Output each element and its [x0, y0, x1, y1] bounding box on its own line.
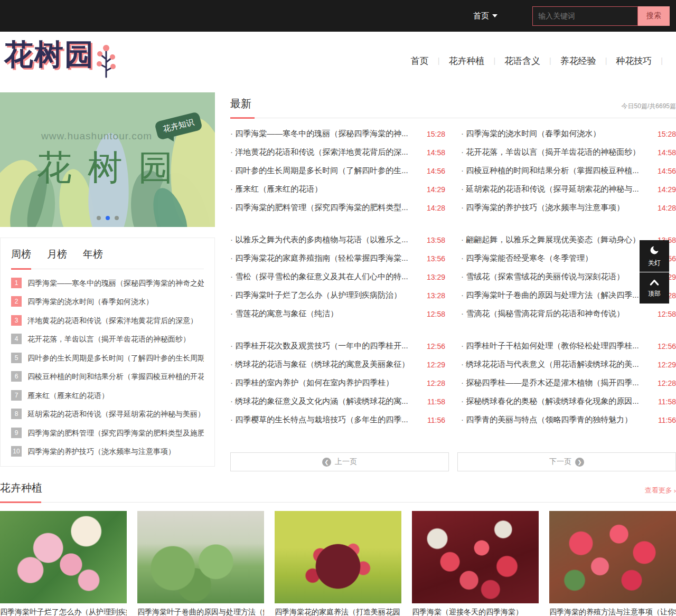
article-card[interactable]: 四季海棠花的家庭养法（打造美丽花园） — [275, 511, 401, 616]
article-row: 四季海棠叶子烂了怎么办（从护理到疾病防治） 13:28 — [230, 286, 445, 305]
rank-list-item[interactable]: 6 四棱豆种植的时间和结果分析（掌握四棱豆种植的开花... — [11, 371, 204, 382]
article-link[interactable]: 四季海棠的浇水时间（春季如何浇水） — [461, 129, 651, 139]
article-link[interactable]: 四季樱草的生长特点与栽培技巧（多年生的四季... — [230, 415, 421, 425]
article-link[interactable]: 洋地黄花的花语和传说（探索洋地黄花背后的深... — [230, 147, 420, 157]
article-link[interactable]: 四季桂叶子干枯如何处理（教你轻松处理四季桂... — [461, 341, 651, 351]
article-link[interactable]: 四季海棠叶子烂了怎么办（从护理到疾病防治） — [230, 290, 420, 300]
article-time: 12:56 — [658, 342, 676, 350]
article-link[interactable]: 雪莲花的寓意与象征（纯洁） — [230, 309, 420, 319]
article-time: 14:58 — [658, 148, 676, 157]
article-link[interactable]: 以雅乐之舞为代表的多肉植物与花语（以雅乐之... — [230, 235, 420, 245]
rank-list-item[interactable]: 10 四季海棠的养护技巧（浇水频率与注意事项） — [11, 446, 204, 457]
article-link[interactable]: 四季桂开花次数及观赏技巧（一年中的四季桂开... — [230, 341, 420, 351]
banner-carousel[interactable]: www.huashuntour.com 花树园 花卉知识 — [0, 92, 215, 227]
rank-list-item[interactable]: 8 延胡索花的花语和传说（探寻延胡索花的神秘与美丽） — [11, 409, 204, 419]
latest-meta: 今日50篇/共6695篇 — [622, 102, 676, 118]
article-card[interactable]: 四季海棠（迎接冬天的四季海棠） — [412, 511, 539, 616]
main-nav: 首页 | 花卉种植 | 花语含义 | 养花经验 | 种花技巧 | — [410, 53, 671, 69]
article-link[interactable]: 四季青的美丽与特点（领略四季青的独特魅力） — [461, 415, 652, 425]
article-link[interactable]: 雪松（探寻雪松的象征意义及其在人们心中的特... — [230, 272, 420, 282]
rank-list-item[interactable]: 5 四叶参的生长周期是多长时间（了解四叶参的生长周期） — [11, 353, 204, 363]
view-more-link[interactable]: 查看更多 › — [645, 486, 676, 502]
article-link[interactable]: 绣球花的象征意义及文化内涵（解读绣球花的寓... — [230, 396, 421, 406]
rank-tab[interactable]: 周榜 — [11, 248, 31, 270]
article-row: 四季海棠的养护技巧（浇水频率与注意事项） 14:28 — [461, 198, 676, 217]
article-row: 雪滴花（揭秘雪滴花背后的花语和神奇传说） 12:58 — [461, 305, 676, 323]
flower-photo — [0, 511, 127, 603]
rank-item-title: 四季海棠的养护技巧（浇水频率与注意事项） — [27, 446, 175, 457]
rank-item-title: 延胡索花的花语和传说（探寻延胡索花的神秘与美丽） — [27, 409, 204, 419]
article-row: 探秘四季桂——是乔木还是灌木植物（揭开四季... 12:28 — [461, 374, 676, 392]
article-column-left: 四季海棠——寒冬中的瑰丽（探秘四季海棠的神... 15:28 洋地黄花的花语和传… — [230, 125, 445, 217]
article-column-right: 四季桂叶子干枯如何处理（教你轻松处理四季桂... 12:56 绣球花花语与代表意… — [461, 337, 676, 429]
article-time: 14:29 — [658, 185, 676, 194]
article-link[interactable]: 探秘绣球春化的奥秘（解读绣球春化现象的原因... — [461, 396, 652, 406]
card-caption: 四季海棠花的家庭养法（打造美丽花园） — [275, 608, 401, 616]
flower-photo — [137, 511, 264, 603]
rank-list-item[interactable]: 2 四季海棠的浇水时间（春季如何浇水） — [11, 296, 204, 307]
main-wrap: www.huashuntour.com 花树园 花卉知识 周榜月榜年榜 1 四季… — [0, 92, 676, 471]
carousel-dot[interactable] — [106, 216, 110, 220]
article-link[interactable]: 雪滴花（揭秘雪滴花背后的花语和神奇传说） — [461, 309, 651, 319]
article-link[interactable]: 四季桂的室内养护（如何在室内养护四季桂） — [230, 378, 420, 388]
article-time: 11:56 — [427, 416, 445, 424]
carousel-dot[interactable] — [115, 216, 119, 220]
rank-list-item[interactable]: 4 花开花落，羊齿以言（揭开羊齿花语的神秘面纱） — [11, 334, 204, 344]
rank-list-item[interactable]: 1 四季海棠——寒冬中的瑰丽（探秘四季海棠的神奇之处... — [11, 278, 204, 288]
article-card[interactable]: 四季海棠叶子烂了怎么办（从护理到疾病防治） — [0, 511, 127, 616]
article-link[interactable]: 延胡索花的花语和传说（探寻延胡索花的神秘与... — [461, 184, 651, 194]
left-column: www.huashuntour.com 花树园 花卉知识 周榜月榜年榜 1 四季… — [0, 92, 215, 471]
article-row: 四季桂的室内养护（如何在室内养护四季桂） 12:28 — [230, 374, 445, 392]
nav-unit: 首页 | — [410, 53, 448, 69]
latest-section: 最新 今日50篇/共6695篇 四季海棠——寒冬中的瑰丽（探秘四季海棠的神...… — [230, 92, 676, 471]
article-link[interactable]: 雁来红（雁来红的花语） — [230, 184, 420, 194]
article-link[interactable]: 四季海棠的养护技巧（浇水频率与注意事项） — [461, 203, 651, 213]
nav-item[interactable]: 养花经验 — [559, 53, 597, 69]
rank-list-item[interactable]: 3 洋地黄花的花语和传说（探索洋地黄花背后的深意） — [11, 315, 204, 326]
article-link[interactable]: 雪绒花（探索雪绒花的美丽传说与深刻花语） — [461, 272, 651, 282]
rank-list-item[interactable]: 7 雁来红（雁来红的花语） — [11, 390, 204, 401]
rank-tab[interactable]: 年榜 — [83, 248, 103, 269]
nav-separator: | — [605, 56, 607, 65]
article-row: 四叶参的生长周期是多长时间（了解四叶参的生... 14:56 — [230, 162, 445, 180]
article-card[interactable]: 四季海棠叶子卷曲的原因与处理方法（解决四季海棠叶子卷曲） — [137, 511, 264, 616]
search-input[interactable] — [532, 6, 638, 26]
article-link[interactable]: 绣球花花语与代表意义（用花语解读绣球花的美... — [461, 359, 651, 369]
article-link[interactable]: 花开花落，羊齿以言（揭开羊齿花语的神秘面纱） — [461, 147, 651, 157]
nav-item[interactable]: 花语含义 — [503, 53, 541, 69]
article-link[interactable]: 四季海棠——寒冬中的瑰丽（探秘四季海棠的神... — [230, 129, 420, 139]
article-link[interactable]: 翩翩起舞，以雅乐之舞展现优美姿态（舞动身心） — [461, 235, 651, 245]
rank-list-item[interactable]: 9 四季海棠的肥料管理（探究四季海棠的肥料类型及施肥... — [11, 428, 204, 438]
article-column-right: 四季海棠的浇水时间（春季如何浇水） 15:28 花开花落，羊齿以言（揭开羊齿花语… — [461, 125, 676, 217]
article-link[interactable]: 四季海棠的肥料管理（探究四季海棠的肥料类型... — [230, 203, 420, 213]
lights-off-button[interactable]: 关灯 — [640, 240, 669, 272]
carousel-dot[interactable] — [97, 216, 101, 220]
nav-item[interactable]: 种花技巧 — [615, 53, 653, 69]
floating-buttons: 关灯 顶部 — [640, 240, 669, 304]
article-time: 14:28 — [427, 204, 445, 212]
logo-text: 花树园 — [4, 40, 95, 69]
card-caption: 四季海棠的养殖方法与注意事项（让你轻松养好四季海棠） — [549, 608, 676, 616]
rank-list: 1 四季海棠——寒冬中的瑰丽（探秘四季海棠的神奇之处... 2 四季海棠的浇水时… — [11, 278, 204, 457]
article-card[interactable]: 四季海棠的养殖方法与注意事项（让你轻松养好四季海棠） — [549, 511, 676, 616]
rank-badge: 7 — [11, 390, 22, 401]
article-link[interactable]: 四季海棠花的家庭养殖指南（轻松掌握四季海棠... — [230, 253, 420, 263]
article-row: 雪莲花的寓意与象征（纯洁） 12:58 — [230, 305, 445, 323]
article-link[interactable]: 绣球花的花语与象征（绣球花的寓意及美丽象征） — [230, 359, 420, 369]
nav-item[interactable]: 首页 — [410, 53, 430, 69]
article-link[interactable]: 探秘四季桂——是乔木还是灌木植物（揭开四季... — [461, 378, 651, 388]
next-page-button[interactable]: 下一页 ❯ — [457, 452, 676, 471]
article-link[interactable]: 四季海棠叶子卷曲的原因与处理方法（解决四季... — [461, 290, 651, 300]
prev-page-button[interactable]: ❮ 上一页 — [230, 452, 449, 471]
article-link[interactable]: 四叶参的生长周期是多长时间（了解四叶参的生... — [230, 166, 420, 176]
back-to-top-button[interactable]: 顶部 — [640, 272, 669, 304]
moon-icon — [649, 245, 660, 257]
article-link[interactable]: 四棱豆种植的时间和结果分析（掌握四棱豆种植... — [461, 166, 651, 176]
nav-item[interactable]: 花卉种植 — [447, 53, 485, 69]
rank-tab[interactable]: 月榜 — [47, 248, 67, 269]
search-button[interactable]: 搜索 — [638, 6, 670, 26]
site-logo[interactable]: 花树园 — [4, 40, 116, 81]
nav-unit: 种花技巧 | — [615, 53, 671, 69]
article-link[interactable]: 四季海棠能否经受寒冬（冬季管理） — [461, 253, 651, 263]
topbar-home-menu[interactable]: 首页 — [473, 11, 497, 21]
